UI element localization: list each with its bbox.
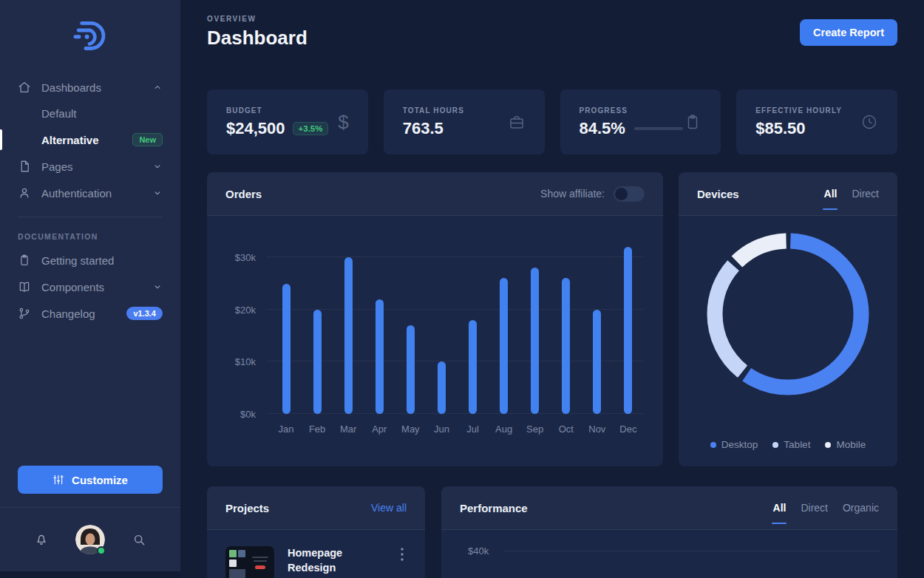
bar-column: Jul — [457, 235, 488, 436]
stat-card-effective-hourly: EFFECTIVE HOURLY $85.50 — [736, 89, 897, 154]
toggle-knob — [615, 188, 628, 200]
sidebar-item-label: Getting started — [41, 254, 163, 267]
tab-direct[interactable]: Direct — [852, 188, 879, 200]
orders-bar-chart: $0k $10k $20k $30k JanFebMarAprMayJunJul… — [223, 235, 647, 436]
sidebar-item-label: Components — [41, 281, 142, 293]
progress-bar — [634, 127, 683, 130]
stats-row: BUDGET $24,500 +3.5% $ TOTAL HOURS 763.5 — [207, 89, 897, 154]
orders-card: Orders Show affiliate: $0k $10k $20k $30… — [207, 172, 663, 466]
briefcase-icon — [508, 113, 526, 131]
bar-column: Jan — [271, 235, 302, 436]
sidebar-item-pages[interactable]: Pages — [0, 153, 180, 180]
new-badge: New — [132, 133, 163, 146]
legend-label: Mobile — [836, 439, 866, 450]
version-badge: v1.3.4 — [126, 307, 163, 320]
performance-card-header: Performance All Direct Organic — [441, 486, 897, 530]
bar-oct — [562, 278, 570, 414]
sidebar: Dashboards Default Alternative New Pages… — [0, 0, 180, 578]
search-button[interactable] — [132, 532, 146, 547]
x-tick-label: Jan — [279, 414, 294, 436]
x-tick-label: Feb — [309, 414, 325, 436]
notifications-button[interactable] — [34, 532, 49, 547]
projects-title: Projects — [225, 502, 269, 514]
sidebar-item-label: Changelog — [41, 307, 116, 320]
y-tick-label: $10k — [223, 356, 256, 367]
devices-card: Devices All Direct Desktop Tablet — [679, 172, 897, 466]
book-icon — [18, 280, 31, 293]
charts-row: Orders Show affiliate: $0k $10k $20k $30… — [207, 172, 897, 466]
show-affiliate-toggle[interactable] — [614, 186, 645, 202]
sidebar-item-label: Default — [41, 107, 163, 120]
tab-organic[interactable]: Organic — [843, 502, 879, 514]
bar-apr — [376, 299, 384, 414]
tab-all[interactable]: All — [773, 502, 787, 514]
brand-logo-icon — [69, 15, 111, 56]
bar-jul — [469, 320, 477, 414]
sliders-icon — [52, 474, 64, 486]
bar-column: Oct — [551, 235, 582, 436]
chart-legend: Desktop Tablet Mobile — [679, 439, 897, 450]
legend-dot — [772, 442, 778, 448]
devices-card-header: Devices All Direct — [679, 172, 897, 216]
project-name: Homepage Redesign — [288, 546, 384, 575]
bar-jan — [282, 284, 291, 415]
kebab-menu-icon[interactable] — [398, 546, 407, 562]
performance-card: Performance All Direct Organic $40k — [441, 486, 897, 578]
sidebar-item-getting-started[interactable]: Getting started — [0, 247, 180, 273]
sidebar-item-label: Authentication — [41, 187, 142, 200]
y-tick-label: $30k — [223, 252, 256, 263]
sidebar-divider — [18, 217, 163, 217]
clipboard-icon — [684, 113, 702, 131]
chevron-up-icon — [152, 82, 163, 92]
legend-label: Desktop — [721, 439, 758, 450]
sidebar-item-changelog[interactable]: Changelog v1.3.4 — [0, 300, 180, 327]
x-tick-label: Nov — [588, 414, 605, 436]
orders-card-header: Orders Show affiliate: — [207, 172, 663, 216]
page-header: OVERVIEW Dashboard Create Report — [207, 0, 897, 50]
performance-title: Performance — [460, 502, 528, 514]
devices-donut-chart: Desktop Tablet Mobile — [679, 216, 897, 466]
sidebar-item-dashboards[interactable]: Dashboards — [0, 74, 180, 101]
sidebar-bottom-bar — [0, 508, 180, 571]
stat-label: BUDGET — [226, 106, 328, 115]
view-all-link[interactable]: View all — [371, 502, 407, 514]
gridline — [505, 551, 880, 551]
performance-line-chart: $40k — [441, 530, 897, 578]
create-report-button[interactable]: Create Report — [800, 19, 897, 46]
sidebar-item-authentication[interactable]: Authentication — [0, 180, 180, 206]
sidebar-item-default[interactable]: Default — [0, 101, 180, 126]
customize-button[interactable]: Customize — [18, 466, 163, 494]
sidebar-item-label: Pages — [41, 160, 142, 173]
git-branch-icon — [18, 307, 31, 320]
main-content: OVERVIEW Dashboard Create Report BUDGET … — [180, 0, 924, 578]
stat-label: TOTAL HOURS — [403, 106, 464, 115]
chevron-down-icon — [152, 282, 163, 292]
project-list-item[interactable]: Homepage Redesign — [207, 530, 425, 578]
clock-icon — [860, 113, 878, 131]
user-avatar[interactable] — [75, 525, 105, 554]
tab-all[interactable]: All — [824, 188, 838, 200]
stat-value: 84.5% — [580, 119, 625, 138]
x-tick-label: Mar — [340, 414, 356, 436]
brand-logo[interactable] — [0, 0, 180, 74]
projects-card-header: Projects View all — [207, 486, 425, 530]
stat-card-budget: BUDGET $24,500 +3.5% $ — [207, 89, 368, 154]
y-tick-label: $40k — [468, 545, 489, 557]
bar-column: Feb — [302, 235, 333, 436]
x-tick-label: Dec — [619, 414, 636, 436]
x-tick-label: May — [401, 414, 420, 436]
tab-direct[interactable]: Direct — [801, 502, 828, 514]
legend-label: Tablet — [784, 439, 810, 450]
devices-title: Devices — [697, 188, 739, 200]
stat-label: PROGRESS — [580, 106, 683, 115]
stat-value: $24,500 — [226, 119, 285, 138]
bar-may — [407, 325, 415, 414]
bar-feb — [313, 310, 322, 414]
user-icon — [18, 186, 31, 200]
sidebar-item-components[interactable]: Components — [0, 273, 180, 300]
search-icon — [132, 532, 146, 547]
chevron-down-icon — [152, 161, 163, 171]
sidebar-item-alternative[interactable]: Alternative New — [0, 126, 180, 153]
breadcrumb: OVERVIEW — [207, 15, 308, 23]
y-tick-label: $0k — [223, 409, 256, 420]
